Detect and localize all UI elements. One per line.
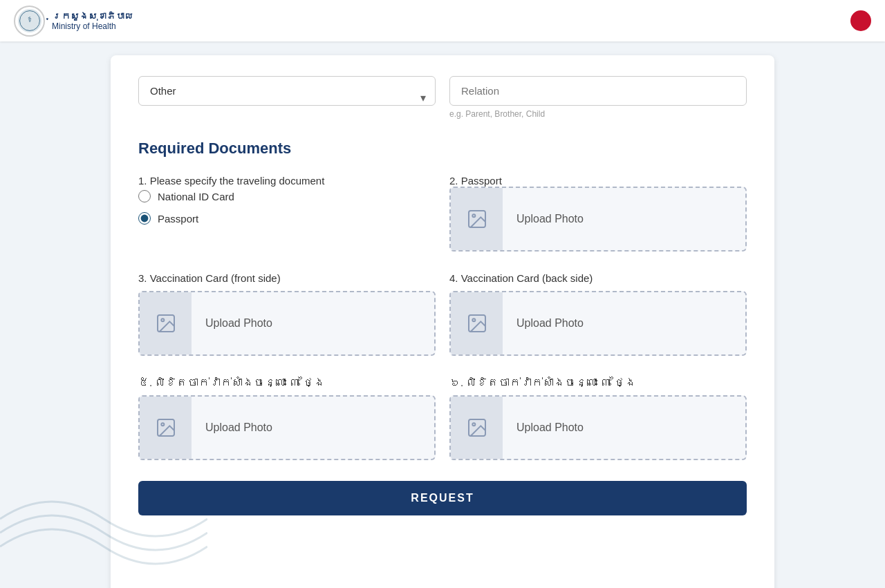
app-header: ⚕ ក្រសួងសុខាភិបាល Ministry of Health xyxy=(0,0,885,41)
passport-upload-icon-area xyxy=(451,188,503,250)
khmer-doc-5-icon-area xyxy=(140,397,192,459)
passport-upload-section: 2. Passport Upload Photo xyxy=(449,175,747,252)
vax-back-upload-box[interactable]: Upload Photo xyxy=(449,291,747,356)
passport-upload-label: 2. Passport xyxy=(449,175,747,187)
gender-select-wrapper: Other Male Female ▾ xyxy=(138,76,436,119)
khmer-doc-6-label: ៦. លិខិតចាក់វ៉ាក់សាំងចន្លោះ​ ៣ ថ្ងៃ xyxy=(449,377,747,388)
vax-back-upload-text: Upload Photo xyxy=(503,317,597,330)
vax-back-label: 4. Vaccination Card (back side) xyxy=(449,272,747,284)
traveling-doc-section: 1. Please specify the traveling document… xyxy=(138,175,436,252)
vax-front-upload-text: Upload Photo xyxy=(192,317,286,330)
logo: ⚕ xyxy=(14,6,45,37)
vax-front-section: 3. Vaccination Card (front side) Upload … xyxy=(138,272,436,356)
svg-point-4 xyxy=(472,214,475,217)
gender-select[interactable]: Other Male Female xyxy=(138,76,436,106)
khmer-doc-6-icon-area xyxy=(451,397,503,459)
radio-national-id-label: National ID Card xyxy=(158,191,234,202)
vax-back-icon-area xyxy=(451,292,503,354)
section-title: Required Documents xyxy=(138,140,747,158)
svg-point-12 xyxy=(472,423,475,426)
doc-row-3: ៥. លិខិតចាក់វ៉ាក់សាំងចន្លោះ​ ៣ ថ្ងៃ Uplo… xyxy=(138,377,747,460)
radio-national-id-input[interactable] xyxy=(138,190,151,202)
documents-grid: 1. Please specify the traveling document… xyxy=(138,175,747,460)
khmer-doc-6-upload-text: Upload Photo xyxy=(503,421,597,434)
passport-upload-text: Upload Photo xyxy=(503,213,597,225)
vax-front-icon-area xyxy=(140,292,192,354)
svg-point-8 xyxy=(472,319,475,321)
vax-front-upload-box[interactable]: Upload Photo xyxy=(138,291,436,356)
header-avatar xyxy=(850,10,871,31)
radio-national-id[interactable]: National ID Card xyxy=(138,190,436,202)
doc-radio-group: National ID Card Passport xyxy=(138,190,436,225)
doc-row-2: 3. Vaccination Card (front side) Upload … xyxy=(138,272,747,356)
traveling-doc-label: 1. Please specify the traveling document xyxy=(138,175,436,187)
request-button[interactable]: REQUEST xyxy=(138,481,747,515)
khmer-doc-5-section: ៥. លិខិតចាក់វ៉ាក់សាំងចន្លោះ​ ៣ ថ្ងៃ Uplo… xyxy=(138,377,436,460)
khmer-doc-6-upload-box[interactable]: Upload Photo xyxy=(449,395,747,460)
header-title-block: ក្រសួងសុខាភិបាល Ministry of Health xyxy=(52,11,133,31)
khmer-doc-6-section: ៦. លិខិតចាក់វ៉ាក់សាំងចន្លោះ​ ៣ ថ្ងៃ Uplo… xyxy=(449,377,747,460)
relation-input[interactable] xyxy=(449,76,747,106)
radio-passport[interactable]: Passport xyxy=(138,212,436,225)
relation-wrapper: e.g. Parent, Brother, Child xyxy=(449,76,747,119)
vax-back-section: 4. Vaccination Card (back side) Upload P… xyxy=(449,272,747,356)
passport-upload-box[interactable]: Upload Photo xyxy=(449,187,747,252)
relation-hint: e.g. Parent, Brother, Child xyxy=(449,109,747,119)
khmer-doc-5-upload-text: Upload Photo xyxy=(192,421,286,434)
header-title-en: Ministry of Health xyxy=(52,21,133,31)
header-title-khmer: ក្រសួងសុខាភិបាល xyxy=(52,11,133,21)
svg-point-6 xyxy=(161,319,164,321)
khmer-doc-5-label: ៥. លិខិតចាក់វ៉ាក់សាំងចន្លោះ​ ៣ ថ្ងៃ xyxy=(138,377,436,388)
form-container: Other Male Female ▾ e.g. Parent, Brother… xyxy=(111,55,774,588)
svg-point-10 xyxy=(161,423,164,426)
radio-passport-label: Passport xyxy=(158,213,198,225)
doc-row-1: 1. Please specify the traveling document… xyxy=(138,175,747,252)
main-content: Other Male Female ▾ e.g. Parent, Brother… xyxy=(0,41,885,588)
svg-text:⚕: ⚕ xyxy=(28,15,32,23)
radio-passport-input[interactable] xyxy=(138,212,151,225)
khmer-doc-5-upload-box[interactable]: Upload Photo xyxy=(138,395,436,460)
top-row: Other Male Female ▾ e.g. Parent, Brother… xyxy=(138,76,747,119)
vax-front-label: 3. Vaccination Card (front side) xyxy=(138,272,436,284)
